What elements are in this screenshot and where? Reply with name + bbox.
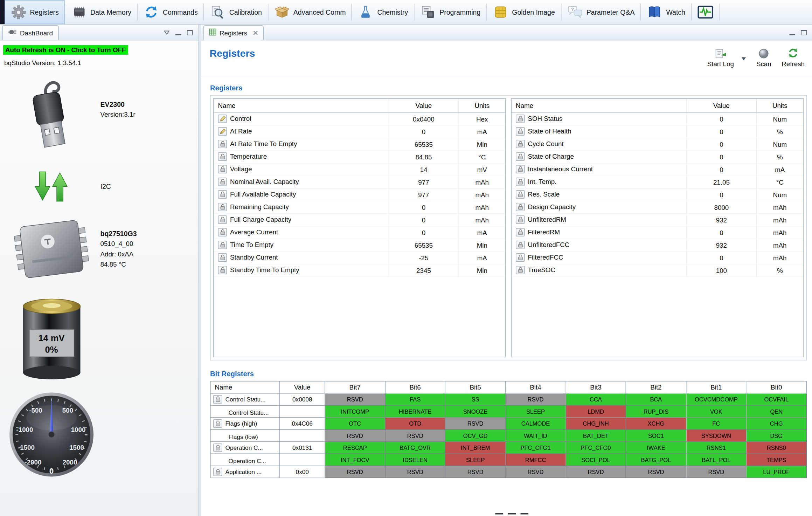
bit-cell[interactable]: RSVD	[626, 466, 686, 478]
bit-cell[interactable]: OCV_GD	[445, 429, 506, 442]
register-row[interactable]: State of Charge0%	[512, 151, 803, 163]
register-row[interactable]: Remaining Capacity0mAh	[214, 201, 506, 214]
bit-cell[interactable]: VOK	[686, 405, 746, 418]
bit-cell[interactable]: RMFCC	[506, 454, 566, 466]
toolbar-item-programming[interactable]: Programming	[414, 0, 486, 24]
register-row[interactable]: Cycle Count0Num	[512, 138, 803, 151]
bit-cell[interactable]: OCVFAIL	[746, 393, 806, 406]
bit-cell[interactable]: CCA	[566, 393, 626, 406]
register-row[interactable]: Control0x0400Hex	[214, 113, 506, 125]
bit-cell[interactable]: INITCOMP	[325, 405, 385, 418]
minimize-icon[interactable]	[790, 30, 796, 35]
toolbar-item-waveform[interactable]	[692, 0, 719, 24]
maximize-icon[interactable]	[187, 30, 193, 35]
register-row[interactable]: Full Charge Capacity0mAh	[214, 214, 506, 226]
register-row[interactable]: Time To Empty65535Min	[214, 239, 506, 252]
register-row[interactable]: Nominal Avail. Capacity977mAh	[214, 176, 506, 188]
register-row[interactable]: UnfilteredRM932mAh	[512, 214, 803, 226]
bit-cell[interactable]: RSVD	[385, 429, 445, 442]
toolbar-item-registers[interactable]: Registers	[5, 0, 65, 24]
bit-cell[interactable]: LU_PROF	[746, 466, 806, 478]
register-row[interactable]: Int. Temp.21.05°C	[512, 176, 803, 188]
bit-cell[interactable]: LDMD	[566, 405, 626, 418]
bit-cell[interactable]: CHG_INH	[566, 418, 626, 430]
bit-cell[interactable]: FC	[686, 418, 746, 430]
bit-cell[interactable]: INT_BREM	[445, 442, 506, 454]
toolbar-item-parameter-q-a[interactable]: ?Parameter Q&A	[561, 0, 640, 24]
refresh-button[interactable]: Refresh	[782, 47, 805, 68]
bit-cell[interactable]: SNOOZE	[445, 405, 506, 418]
panel-splitter[interactable]	[199, 25, 201, 516]
bit-register-row[interactable]: Flags (high)0x4C06OTCOTDRSVDCALMODECHG_I…	[210, 418, 807, 430]
maximize-icon[interactable]	[801, 30, 807, 35]
auto-refresh-toggle[interactable]: Auto Refresh is ON - Click to Turn OFF	[3, 45, 128, 55]
register-row[interactable]: Design Capacity8000mAh	[512, 201, 803, 214]
register-row[interactable]: Standby Current-25mA	[214, 252, 506, 264]
bit-cell[interactable]: RSNS1	[686, 442, 746, 454]
bit-register-row[interactable]: Control Statu...0x0008RSVDFASSSRSVDCCABC…	[210, 393, 807, 406]
start-log-button[interactable]: Start Log	[707, 47, 734, 68]
bit-cell[interactable]: TEMPS	[746, 454, 806, 466]
register-row[interactable]: TrueSOC100%	[512, 264, 803, 277]
bit-register-row[interactable]: Flags (low)RSVDRSVDOCV_GDWAIT_IDBAT_DETS…	[210, 429, 807, 442]
bit-cell[interactable]: SLEEP	[445, 454, 506, 466]
splitter-handle[interactable]	[495, 513, 529, 515]
bit-cell[interactable]: FAS	[385, 393, 445, 406]
bit-cell[interactable]: BCA	[626, 393, 686, 406]
bit-cell[interactable]: QEN	[746, 405, 806, 418]
register-row[interactable]: FilteredFCC0mAh	[512, 252, 803, 264]
bit-cell[interactable]: SS	[445, 393, 506, 406]
bit-cell[interactable]: XCHG	[626, 418, 686, 430]
bit-cell[interactable]: BATG_OVR	[385, 442, 445, 454]
scan-button[interactable]: Scan	[754, 47, 774, 68]
bit-cell[interactable]: DSG	[746, 429, 806, 442]
register-row[interactable]: Standby Time To Empty2345Min	[214, 264, 506, 277]
bit-cell[interactable]: IWAKE	[626, 442, 686, 454]
toolbar-item-golden-image[interactable]: Golden Image	[487, 0, 561, 24]
bit-cell[interactable]: INT_FOCV	[325, 454, 385, 466]
register-row[interactable]: State of Health0%	[512, 125, 803, 138]
registers-tab[interactable]: Registers	[203, 25, 264, 40]
toolbar-item-watch[interactable]: Watch	[641, 0, 691, 24]
start-log-dropdown-icon[interactable]	[742, 57, 746, 62]
register-row[interactable]: FilteredRM0mAh	[512, 226, 803, 239]
bit-cell[interactable]: SYSDOWN	[686, 429, 746, 442]
bit-cell[interactable]: RSVD	[445, 418, 506, 430]
bit-cell[interactable]: SOC1	[626, 429, 686, 442]
bit-cell[interactable]: HIBERNATE	[385, 405, 445, 418]
register-row[interactable]: Temperature84.85°C	[214, 151, 506, 163]
register-row[interactable]: At Rate0mA	[214, 125, 506, 138]
bit-cell[interactable]: OTC	[325, 418, 385, 430]
register-row[interactable]: UnfilteredFCC932mAh	[512, 239, 803, 252]
bit-register-row[interactable]: Control Statu...INITCOMPHIBERNATESNOOZES…	[210, 405, 807, 418]
bit-register-row[interactable]: Operation C...INT_FOCVIDSELENSLEEPRMFCCS…	[210, 454, 807, 466]
register-row[interactable]: At Rate Time To Empty65535Min	[214, 138, 506, 151]
chevron-down-icon[interactable]	[164, 30, 170, 34]
dashboard-tab[interactable]: DashBoard	[2, 25, 58, 40]
bit-cell[interactable]: RSVD	[385, 466, 445, 478]
bit-cell[interactable]: PFC_CFG1	[506, 442, 566, 454]
bit-cell[interactable]: RSVD	[445, 466, 506, 478]
toolbar-item-advanced-comm[interactable]: Advanced Comm	[268, 0, 352, 24]
bit-cell[interactable]: RESCAP	[325, 442, 385, 454]
register-row[interactable]: Instantaneous Current0mA	[512, 163, 803, 176]
bit-cell[interactable]: CALMODE	[506, 418, 566, 430]
bit-cell[interactable]: RSVD	[506, 466, 566, 478]
toolbar-item-calibration[interactable]: Calibration	[204, 0, 268, 24]
toolbar-item-commands[interactable]: Commands	[138, 0, 203, 24]
bit-cell[interactable]: OCVCMDCOMP	[686, 393, 746, 406]
bit-cell[interactable]: BAT_DET	[566, 429, 626, 442]
bit-cell[interactable]: RSNS0	[746, 442, 806, 454]
bit-cell[interactable]: RSVD	[686, 466, 746, 478]
bit-cell[interactable]: SLEEP	[506, 405, 566, 418]
bit-cell[interactable]: BATG_POL	[626, 454, 686, 466]
register-row[interactable]: Full Available Capacity977mAh	[214, 188, 506, 201]
register-row[interactable]: Average Current0mA	[214, 226, 506, 239]
toolbar-item-data-memory[interactable]: Data Memory	[65, 0, 137, 24]
bit-cell[interactable]: WAIT_ID	[506, 429, 566, 442]
close-tab-icon[interactable]	[253, 29, 258, 36]
bit-register-row[interactable]: Operation C...0x0131RESCAPBATG_OVRINT_BR…	[210, 442, 807, 454]
bit-cell[interactable]: OTD	[385, 418, 445, 430]
minimize-icon[interactable]	[175, 30, 181, 35]
register-row[interactable]: Res. Scale0Num	[512, 188, 803, 201]
